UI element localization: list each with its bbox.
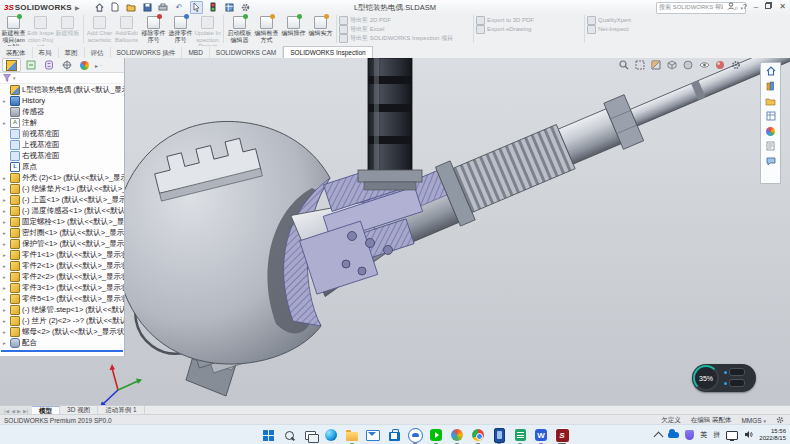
- login-user-icon[interactable]: [727, 2, 735, 13]
- tree-item-component[interactable]: ▸(-) 绝缘垫片<1> (默认<<默认>_显: [0, 183, 124, 194]
- tab-layout[interactable]: 布局: [33, 47, 59, 58]
- configuration-manager-tab[interactable]: [40, 59, 57, 71]
- select-tool-icon[interactable]: [190, 1, 203, 14]
- view-palette-icon[interactable]: [764, 110, 777, 122]
- forum-pane-icon[interactable]: [764, 155, 777, 167]
- save-icon[interactable]: [142, 2, 153, 13]
- tree-item-component[interactable]: ▸螺母<2> (默认<<默认>_显示状态: [0, 326, 124, 337]
- start-button[interactable]: [260, 427, 276, 443]
- tab-solidworks-inspection[interactable]: SOLIDWORKS Inspection: [283, 46, 373, 58]
- edit-operation-button[interactable]: 编辑操作: [280, 15, 307, 37]
- tree-item-front-plane[interactable]: 前视基准面: [0, 128, 124, 139]
- tree-root-assembly[interactable]: L型铠装热电偶 (默认<默认_显示状态-1: [0, 84, 124, 95]
- recorder-control-row-1[interactable]: [724, 368, 750, 376]
- appearances-scenes-icon[interactable]: [764, 125, 777, 137]
- rollback-bar[interactable]: [1, 350, 123, 352]
- print-icon[interactable]: [158, 2, 169, 13]
- microsoft-store-icon[interactable]: [386, 427, 402, 443]
- tree-filter-row[interactable]: ▾: [0, 73, 124, 84]
- restore-button[interactable]: [765, 2, 772, 12]
- new-inspection-project-button[interactable]: 新建检查项目(amp;N): [0, 15, 27, 50]
- display-style-icon[interactable]: [682, 59, 694, 70]
- tree-item-component[interactable]: ▸零件1<1> (默认<<默认>_显示状态: [0, 249, 124, 260]
- home-icon[interactable]: [94, 2, 105, 13]
- view-orientation-icon[interactable]: [666, 59, 678, 70]
- iqiyi-icon[interactable]: [428, 427, 444, 443]
- tree-item-annotations[interactable]: ▸A注解: [0, 117, 124, 128]
- display-tray-icon[interactable]: [726, 431, 738, 440]
- tree-item-component[interactable]: ▸(-) 绝缘管.step<1> (默认<<默认>: [0, 304, 124, 315]
- tab-assembly[interactable]: 装配体: [0, 47, 33, 58]
- design-library-icon[interactable]: [764, 80, 777, 92]
- chrome-icon[interactable]: [470, 427, 486, 443]
- panel-splitter-handle[interactable]: ·: [100, 62, 102, 68]
- remove-balloons-button[interactable]: 移除零件序号: [140, 15, 167, 43]
- edit-inspection-method-button[interactable]: 编辑检查方式: [253, 15, 280, 43]
- dimxpert-manager-tab[interactable]: [58, 59, 75, 71]
- tree-item-top-plane[interactable]: 上视基准面: [0, 139, 124, 150]
- screen-recorder-widget[interactable]: 35%: [692, 364, 756, 392]
- unit-system-selector[interactable]: MMGS ▾: [741, 417, 766, 424]
- tray-expand-chevron-icon[interactable]: [654, 432, 664, 442]
- tree-item-sensors[interactable]: 传感器: [0, 106, 124, 117]
- solidworks-taskbar-icon[interactable]: S: [554, 427, 570, 443]
- taskbar-clock[interactable]: 15:56 2022/8/15: [759, 428, 786, 442]
- launch-template-editor-button[interactable]: 启动模板编辑器: [226, 15, 253, 43]
- office-green-app-icon[interactable]: [512, 427, 528, 443]
- options-gear-icon[interactable]: [240, 2, 251, 13]
- tab-mbd[interactable]: MBD: [182, 47, 209, 58]
- wps-icon[interactable]: W: [533, 427, 549, 443]
- taskbar-search-icon[interactable]: [281, 427, 297, 443]
- ime-mode-indicator[interactable]: 拼: [713, 430, 720, 440]
- resources-home-icon[interactable]: [764, 65, 777, 77]
- property-manager-tab[interactable]: [22, 59, 39, 71]
- tab-evaluate[interactable]: 评估: [85, 47, 111, 58]
- volume-tray-icon[interactable]: [744, 430, 753, 440]
- tree-item-component[interactable]: ▸零件2<2> (默认<<默认>_显示状态: [0, 271, 124, 282]
- edit-appearance-icon[interactable]: [714, 59, 726, 70]
- open-document-icon[interactable]: [126, 2, 137, 13]
- tab-addins[interactable]: SOLIDWORKS 插件: [111, 47, 183, 58]
- custom-properties-icon[interactable]: [764, 140, 777, 152]
- onedrive-tray-icon[interactable]: [668, 432, 679, 438]
- tree-item-origin[interactable]: L原点: [0, 161, 124, 172]
- tree-item-component[interactable]: ▸(-) 上盖<1> (默认<<默认>_显示状: [0, 194, 124, 205]
- rebuild-icon[interactable]: [208, 2, 219, 13]
- filter-caret-icon[interactable]: ▾: [13, 75, 16, 81]
- tab-solidworks-cam[interactable]: SOLIDWORKS CAM: [210, 47, 283, 58]
- tab-overflow-icon[interactable]: ▸: [95, 62, 98, 69]
- help-button[interactable]: ?: [742, 2, 746, 12]
- undo-icon[interactable]: ↶: [174, 2, 185, 13]
- tree-item-component[interactable]: ▸固定螺栓<1> (默认<<默认>_显示状: [0, 216, 124, 227]
- logo-flyout-arrow-icon[interactable]: ▶: [75, 4, 80, 11]
- tree-item-history[interactable]: ▸History: [0, 95, 124, 106]
- browser-pinwheel-icon[interactable]: [449, 427, 465, 443]
- tree-item-component[interactable]: ▸(-) 丝片 (2)<2> ->? (默认<<默认: [0, 315, 124, 326]
- edit-instance-button[interactable]: 编辑实方: [307, 15, 334, 37]
- recorder-mic-toggle[interactable]: [729, 379, 745, 387]
- recorder-control-row-2[interactable]: [724, 379, 750, 387]
- file-properties-icon[interactable]: [224, 2, 235, 13]
- tree-item-component[interactable]: ▸(-) 温度传感器<1> (默认<<默认>_: [0, 205, 124, 216]
- tree-item-component[interactable]: ▸保护管<1> (默认<<默认>_显示状态: [0, 238, 124, 249]
- hide-show-items-icon[interactable]: [698, 59, 710, 70]
- close-button[interactable]: ✕: [779, 2, 786, 12]
- zoom-fit-icon[interactable]: [618, 59, 630, 70]
- tree-item-mates[interactable]: ▸配合: [0, 337, 124, 348]
- tree-item-component[interactable]: ▸密封圈<1> (默认<<默认>_显示状态: [0, 227, 124, 238]
- new-document-icon[interactable]: [110, 2, 121, 13]
- view-settings-icon[interactable]: [730, 59, 742, 70]
- tree-item-component[interactable]: ▸外壳 (2)<1> (默认<<默认>_显示状: [0, 172, 124, 183]
- display-manager-tab[interactable]: [76, 59, 93, 71]
- file-explorer-icon[interactable]: [344, 427, 360, 443]
- tree-item-component[interactable]: ▸零件3<1> (默认<<默认>_显示状态: [0, 282, 124, 293]
- file-explorer-pane-icon[interactable]: [764, 95, 777, 107]
- recorder-camera-toggle[interactable]: [729, 368, 745, 376]
- mail-icon[interactable]: [365, 427, 381, 443]
- tab-sketch[interactable]: 草图: [59, 47, 85, 58]
- section-view-icon[interactable]: [650, 59, 662, 70]
- ime-language-indicator[interactable]: 英: [700, 430, 707, 440]
- zoom-area-icon[interactable]: [634, 59, 646, 70]
- task-view-icon[interactable]: [302, 427, 318, 443]
- minimize-button[interactable]: –: [754, 2, 758, 12]
